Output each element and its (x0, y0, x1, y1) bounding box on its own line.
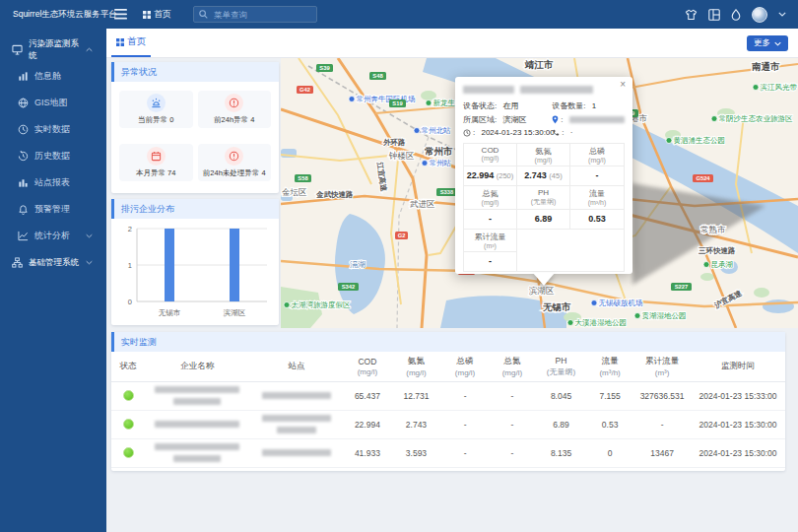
sitemap-icon (12, 257, 23, 268)
globe-icon (18, 98, 29, 108)
svg-text:0: 0 (128, 298, 132, 306)
table-row[interactable]: 65.43712.731--8.0457.155327636.5312024-0… (111, 382, 785, 411)
redacted-text (155, 443, 239, 450)
svg-text:S39: S39 (319, 65, 330, 71)
map-label: 三环快速路 (698, 246, 736, 255)
svg-text:S227: S227 (675, 284, 689, 290)
value-cell-flow: 7.155 (586, 382, 633, 411)
value-cell-cod: 41.933 (344, 439, 391, 468)
map-label: 钟楼区 (388, 151, 415, 161)
map-label: 南通市 (752, 61, 780, 72)
table-row[interactable]: 22.9942.743--6.890.53-2024-01-23 15:30:0… (111, 411, 785, 439)
bar (165, 229, 174, 301)
column-header: 状态 (111, 352, 145, 382)
user-avatar[interactable] (752, 7, 767, 23)
transport-poi-icon (422, 161, 428, 166)
value-cell-total_flow: - (633, 411, 691, 439)
flame-icon[interactable] (731, 9, 741, 21)
svg-text:2: 2 (128, 225, 132, 233)
bar-chart-icon (18, 71, 29, 82)
redacted-text (155, 421, 239, 428)
clock-icon (463, 129, 471, 137)
sidebar-item-alert-management[interactable]: 预警管理 (0, 196, 106, 223)
value-cell-nh3: 2.743 (391, 411, 441, 439)
enterprise-name-cell (145, 382, 249, 411)
station-cell (249, 439, 344, 468)
card-month-anomaly[interactable]: 本月异常 74 (119, 144, 193, 181)
value-cell-nh3: 3.593 (391, 439, 441, 468)
redacted-text (173, 455, 221, 462)
monitor-table: 状态企业名称站点COD(mg/l)氨氮(mg/l)总磷(mg/l)总氮(mg/l… (111, 352, 785, 468)
sidebar-item-label: 历史数据 (34, 150, 70, 163)
more-button[interactable]: 更多 (747, 35, 788, 51)
bar-chart-svg: 012无锡市滨湖区 (111, 219, 279, 323)
map-poi-label: 常阴沙生态农业旅游区 (719, 114, 794, 123)
map-label: 武进区 (410, 199, 435, 209)
value-cell-ph: 6.89 (536, 411, 586, 439)
menu-search-box[interactable] (193, 6, 317, 23)
column-header: 氨氮(mg/l) (391, 352, 441, 382)
tab-bar: 首页 更多 (106, 29, 798, 58)
svg-text:1: 1 (128, 261, 132, 270)
park-poi-icon (634, 313, 640, 319)
sidebar-item-gis-map[interactable]: GIS地图 (0, 90, 106, 116)
close-icon[interactable]: × (620, 80, 626, 90)
home-grid-icon (143, 11, 151, 19)
device-count-value: 1 (592, 101, 596, 110)
alert-circle-icon (225, 94, 243, 112)
line-chart-icon (18, 231, 29, 241)
table-row[interactable]: 41.9333.593--8.1350134672024-01-23 15:30… (111, 439, 785, 468)
map-label: 金坛区 (282, 187, 307, 197)
sidebar-section-label: 污染源监测系统 (29, 38, 80, 62)
phone-icon (552, 129, 560, 137)
status-dot-green (123, 447, 134, 458)
map-label: 常州市 (425, 146, 453, 157)
metric-value: - (464, 210, 517, 230)
svg-text:S342: S342 (342, 284, 356, 290)
map-label: 靖江市 (524, 59, 554, 70)
hamburger-menu-icon[interactable] (114, 9, 127, 20)
siren-icon (147, 94, 166, 112)
park-poi-icon (567, 320, 573, 326)
sidebar-item-history-data[interactable]: 历史数据 (0, 143, 106, 169)
sidebar-item-realtime-data[interactable]: 实时数据 (0, 116, 106, 143)
phone-value: · (570, 128, 573, 137)
metric-value: 2.743 (45) (517, 166, 570, 186)
svg-text:无锡市: 无锡市 (159, 308, 181, 317)
svg-text:S19: S19 (392, 100, 403, 106)
sidebar-item-station-report[interactable]: 站点报表 (0, 169, 106, 196)
sidebar-section-base-system[interactable]: 基础管理系统 (0, 249, 106, 276)
sidebar-item-label: GIS地图 (34, 97, 68, 109)
value-cell-tp: - (441, 439, 489, 468)
theme-shirt-icon[interactable] (685, 9, 698, 21)
layout-columns-icon[interactable] (708, 9, 720, 21)
tab-home[interactable]: 首页 (111, 29, 151, 57)
menu-search-input[interactable] (212, 9, 311, 21)
value-cell-cod: 65.437 (344, 382, 391, 411)
sidebar-section-label: 基础管理系统 (29, 257, 79, 269)
card-24h-unhandled-anomaly[interactable]: 前24h未处理异常 4 (198, 144, 272, 181)
value-cell-total_flow: 13467 (633, 439, 691, 468)
card-24h-anomaly[interactable]: 前24h异常 4 (198, 91, 272, 128)
map-label: 滨湖区 (529, 286, 555, 296)
realtime-monitor-panel: 实时监测 状态企业名称站点COD(mg/l)氨氮(mg/l)总磷(mg/l)总氮… (111, 332, 785, 471)
nav-home-item[interactable]: 首页 (143, 8, 171, 21)
metric-value: 0.53 (570, 210, 624, 230)
map-poi-label: 无锡硕放机场 (599, 299, 643, 307)
card-current-anomaly[interactable]: 当前异常 0 (119, 91, 193, 128)
map-label: 外环路 (382, 138, 406, 147)
map-poi-label: 常州站 (430, 159, 452, 167)
map-poi-label: 常州奔牛国际机场 (357, 95, 416, 103)
sidebar-item-label: 预警管理 (34, 203, 70, 216)
sidebar-item-info-cabin[interactable]: 信息舱 (0, 63, 106, 90)
redacted-text (155, 386, 239, 393)
map-canvas[interactable]: 靖江市南通市常州市钟楼区武进区金坛区张家港市无锡市滨湖区常熟市金武快速路三环快速… (281, 58, 798, 328)
sidebar-section-pollution[interactable]: 污染源监测系统 (0, 36, 106, 63)
anomaly-cards: 当前异常 0 前24h异常 4 本月异常 74 前24h未处理异常 4 (111, 82, 279, 190)
column-header: 监测时间 (691, 352, 785, 382)
device-status-value: 在用 (502, 100, 518, 111)
chevron-down-icon[interactable] (778, 12, 786, 17)
sidebar-item-statistics[interactable]: 统计分析 (0, 223, 106, 249)
value-cell-tn: - (489, 439, 536, 468)
value-cell-time: 2024-01-23 15:30:00 (691, 411, 785, 439)
